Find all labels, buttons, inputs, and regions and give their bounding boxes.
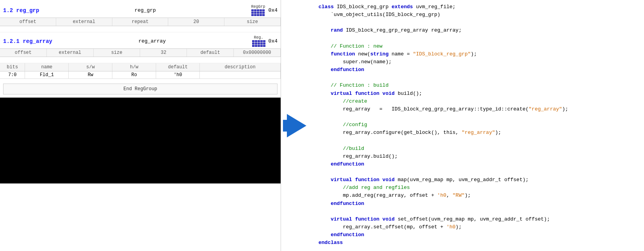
col2-32: 32	[140, 49, 187, 57]
code-token: endfunction	[331, 67, 364, 73]
code-line-23: //add reg and regfiles	[318, 184, 638, 192]
code-panel: class IDS_block_reg_grp extends uvm_reg_…	[312, 0, 644, 251]
col2-offset: offset	[0, 49, 47, 57]
reg-array-header: 1.2.1 reg_array reg_array Reg. 0x4	[0, 34, 281, 49]
code-token: build();	[398, 91, 422, 96]
reg-grp-header: 1.2 reg_grp reg_grp RegGrp 0x4	[0, 3, 281, 18]
code-line-30: endclass	[318, 239, 638, 247]
code-line-13: reg_array = IDS_block_reg_grp_reg_array:…	[318, 105, 638, 113]
code-token: endfunction	[331, 232, 364, 238]
col2-default: default	[187, 49, 234, 57]
col3-name: name	[25, 63, 69, 71]
code-token: uvm_reg_file;	[416, 4, 455, 10]
code-token: reg_array.configure(get_block(), this,	[343, 130, 461, 135]
col3-default: default	[156, 63, 200, 71]
reg-array-title: 1.2.1 reg_array	[3, 38, 52, 45]
reg-array-offset: 0x4	[269, 38, 278, 44]
col3-hw: h/w	[112, 63, 156, 71]
end-reggroup-label: End RegGroup	[3, 84, 278, 94]
code-token: void	[382, 216, 398, 222]
code-line-7: super.new(name);	[318, 58, 638, 66]
code-token: new(	[358, 51, 370, 57]
code-token: function	[331, 51, 358, 57]
reg-grp-section: 1.2 reg_grp reg_grp RegGrp 0x4 offset ex…	[0, 3, 281, 32]
code-token: set_offset(uvm_reg_map mp, uvm_reg_addr_…	[398, 216, 550, 222]
code-token: virtual	[331, 216, 355, 222]
code-line-6: function new(string name = "IDS_block_re…	[318, 50, 638, 58]
code-line-18: //build	[318, 145, 638, 153]
right-arrow	[287, 114, 306, 137]
reg-icon-label: Reg.	[252, 36, 265, 40]
code-token: mp.add_reg(reg_array, offset +	[343, 192, 437, 198]
code-token: void	[382, 91, 398, 96]
code-token: IDS_block_reg_grp_reg_array reg_array;	[346, 27, 461, 33]
reg-icon: Reg.	[252, 36, 265, 47]
code-line-29: endfunction	[318, 231, 638, 239]
field-name: Fld_1	[25, 71, 69, 78]
col3-bits: bits	[0, 63, 25, 71]
code-line-1: `uvm_object_utils(IDS_block_reg_grp)	[318, 11, 638, 19]
code-token: rand	[331, 27, 346, 33]
col-size: size	[224, 18, 281, 26]
code-token: );	[471, 51, 477, 57]
col-external: external	[56, 18, 112, 26]
code-token: `uvm_object_utils(IDS_block_reg_grp)	[331, 12, 440, 18]
code-token: string	[370, 51, 392, 57]
code-token: "IDS_block_reg_grp"	[413, 51, 471, 57]
col2-external: external	[47, 49, 94, 57]
code-token: super.new(name);	[343, 59, 391, 65]
code-line-27: virtual function void set_offset(uvm_reg…	[318, 215, 638, 223]
reg-grp-table-header: offset external repeat 20 size	[0, 18, 281, 26]
col-offset: offset	[0, 18, 56, 26]
code-token: name =	[391, 51, 413, 57]
code-line-14	[318, 113, 638, 121]
code-token: // Function : build	[331, 82, 388, 88]
code-token: function	[355, 91, 382, 96]
code-token: endfunction	[331, 161, 364, 167]
code-token: //create	[343, 98, 367, 104]
code-line-22: virtual function void map(uvm_reg_map mp…	[318, 176, 638, 184]
code-token: ,	[447, 192, 453, 198]
code-line-26	[318, 208, 638, 215]
black-area	[0, 98, 281, 183]
code-line-2	[318, 19, 638, 27]
code-token: "RW"	[452, 192, 464, 198]
code-token: reg_array.build();	[343, 153, 397, 159]
code-token: extends	[391, 4, 416, 10]
code-token: //config	[343, 122, 367, 128]
col-repeat: repeat	[112, 18, 169, 26]
code-token: 'h0	[437, 192, 446, 198]
code-line-5: // Function : new	[318, 43, 638, 50]
col-20: 20	[168, 18, 224, 26]
field-description	[200, 71, 281, 78]
code-token: IDS_block_reg_grp	[337, 4, 391, 10]
code-line-11: virtual function void build();	[318, 90, 638, 98]
code-line-16: reg_array.configure(get_block(), this, "…	[318, 129, 638, 137]
col2-defaultval: 0x00000000	[234, 49, 281, 57]
code-token: // Function : new	[331, 43, 382, 49]
code-token: );	[495, 130, 502, 135]
reg-array-header-row2: bits name s/w h/w default description	[0, 63, 281, 71]
left-panel: 1.2 reg_grp reg_grp RegGrp 0x4 offset ex…	[0, 0, 281, 251]
code-token: endfunction	[331, 201, 364, 206]
icon-grid-reg	[252, 40, 265, 47]
code-token: void	[382, 177, 398, 183]
col2-size: size	[94, 49, 141, 57]
field-hw: Ro	[112, 71, 156, 78]
code-line-28: reg_array.set_offset(mp, offset + 'h0);	[318, 223, 638, 231]
code-token: reg_array.set_offset(mp, offset +	[343, 224, 446, 230]
reg-grp-icon: RegGrp	[251, 5, 265, 16]
field-bits: 7:0	[0, 71, 25, 78]
code-token: );	[562, 106, 568, 112]
reg-grp-icon-label: RegGrp	[251, 5, 265, 9]
code-line-24: mp.add_reg(reg_array, offset + 'h0, "RW"…	[318, 192, 638, 199]
code-line-0: class IDS_block_reg_grp extends uvm_reg_…	[318, 3, 638, 11]
code-token: );	[455, 224, 462, 230]
field-sw: Rw	[69, 71, 112, 78]
code-token: "reg_array"	[528, 106, 562, 112]
spacer1	[0, 26, 281, 32]
code-token: "reg_array"	[462, 130, 495, 135]
reg-grp-offset: 0x4	[269, 7, 278, 13]
field-default: 'h0	[156, 71, 200, 78]
code-line-19: reg_array.build();	[318, 153, 638, 160]
